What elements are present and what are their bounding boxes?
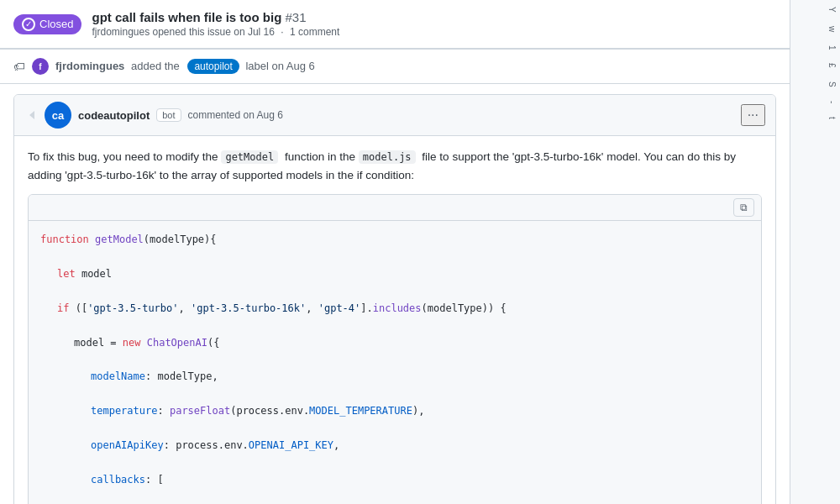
sidebar-item-7: t: [794, 117, 837, 119]
comment-body-text: To fix this bug, you need to modify the …: [28, 148, 762, 184]
sidebar-item-4: £: [794, 63, 837, 68]
issue-title-line: gpt call fails when file is too big #31 …: [92, 10, 339, 38]
right-sidebar: Y w 1 £ S - t: [790, 0, 840, 504]
status-label: Closed: [39, 18, 73, 30]
code-content: function getModel(modelType){ let model …: [29, 221, 761, 504]
activity-row: 🏷 f fjrdomingues added the autopilot lab…: [0, 50, 790, 84]
sidebar-item-6: -: [794, 101, 837, 103]
code-block: ⧉ function getModel(modelType){ let mode…: [28, 194, 762, 504]
tag-icon: 🏷: [13, 60, 25, 73]
sidebar-item-1: Y: [794, 7, 837, 13]
issue-header: ✓ Closed gpt call fails when file is too…: [0, 0, 790, 49]
sidebar-item-3: 1: [794, 45, 837, 50]
issue-number: #31: [286, 10, 307, 24]
actor-avatar: f: [32, 58, 49, 75]
page-wrapper: ✓ Closed gpt call fails when file is too…: [0, 0, 840, 504]
comment-header-left: ca codeautopilot bot commented on Aug 6: [24, 102, 283, 129]
sidebar-item-2: w: [794, 26, 837, 32]
bot-tag: bot: [156, 108, 181, 122]
model-js-code: model.js: [359, 150, 416, 164]
copy-button[interactable]: ⧉: [733, 198, 754, 217]
comment-body: To fix this bug, you need to modify the …: [14, 136, 775, 504]
more-options-button[interactable]: ···: [741, 104, 765, 126]
comment-header: ca codeautopilot bot commented on Aug 6 …: [14, 95, 775, 136]
commenter-name: codeautopilot: [78, 109, 150, 122]
check-icon: ✓: [22, 18, 35, 31]
bot-avatar: ca: [45, 102, 71, 129]
comment-arrow-icon: [24, 111, 34, 119]
code-pre: function getModel(modelType){ let model …: [40, 231, 749, 504]
comment-block: ca codeautopilot bot commented on Aug 6 …: [13, 94, 776, 504]
comment-date: commented on Aug 6: [188, 109, 283, 121]
main-content: ✓ Closed gpt call fails when file is too…: [0, 0, 790, 504]
get-model-code: getModel: [221, 150, 278, 164]
activity-text: fjrdomingues added the autopilot label o…: [55, 59, 315, 74]
code-block-toolbar: ⧉: [29, 195, 761, 221]
autopilot-label: autopilot: [187, 59, 239, 74]
sidebar-item-5: S: [794, 81, 837, 87]
closed-badge: ✓ Closed: [13, 14, 81, 34]
issue-meta: fjrdomingues opened this issue on Jul 16…: [92, 26, 339, 38]
issue-title: gpt call fails when file is too big #31: [92, 10, 339, 24]
